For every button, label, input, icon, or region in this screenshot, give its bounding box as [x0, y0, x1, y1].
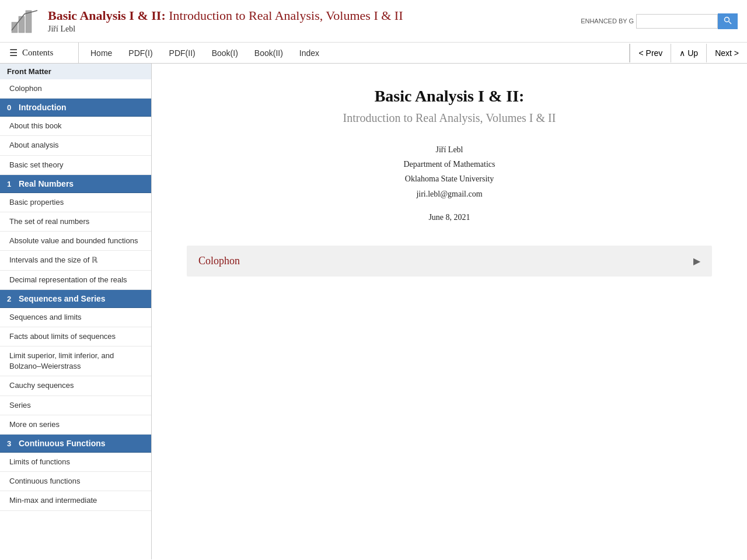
nav-link-book-ii-[interactable]: Book(II) [246, 44, 291, 62]
sidebar-item-20[interactable]: Continuous functions [0, 472, 151, 491]
colophon-section[interactable]: Colophon ▶ [187, 246, 712, 276]
sidebar-item-15[interactable]: Cauchy sequences [0, 376, 151, 396]
search-button[interactable] [718, 13, 738, 29]
search-area: ENHANCED BY G [581, 13, 738, 29]
sidebar-item-17[interactable]: More on series [0, 415, 151, 435]
sidebar-item-13[interactable]: Facts about limits of sequences [0, 327, 151, 346]
nav-link-home[interactable]: Home [82, 44, 120, 62]
sidebar-item-3[interactable]: About analysis [0, 136, 151, 155]
svg-point-3 [725, 17, 729, 22]
title-bold-part: Basic Analysis I & II: [48, 8, 166, 23]
book-title: Basic Analysis I & II: [187, 87, 712, 106]
sidebar-item-10[interactable]: Decimal representation of the reals [0, 271, 151, 290]
front-matter-label: Front Matter [7, 67, 51, 76]
page-header: Basic Analysis I & II: Introduction to R… [0, 0, 747, 43]
nav-link-pdf-ii-[interactable]: PDF(II) [161, 44, 204, 62]
sidebar-item-0[interactable]: Colophon [0, 79, 151, 99]
main-layout: Front Matter Colophon0IntroductionAbout … [0, 64, 747, 559]
chapter-label: Continuous Functions [19, 439, 106, 448]
nav-pagination: < Prev ∧ Up Next > [629, 44, 747, 62]
chapter-label: Introduction [19, 103, 67, 112]
book-subtitle: Introduction to Real Analysis, Volumes I… [187, 111, 712, 125]
header-title-block: Basic Analysis I & II: Introduction to R… [48, 8, 581, 34]
next-button[interactable]: Next > [706, 44, 747, 62]
sidebar-item-14[interactable]: Limit superior, limit inferior, and Bolz… [0, 346, 151, 376]
email: jiri.lebl@gmail.com [187, 187, 712, 201]
hamburger-icon: ☰ [9, 47, 18, 58]
sidebar-item-21[interactable]: Min-max and intermediate [0, 491, 151, 510]
chapter-num: 1 [7, 180, 14, 188]
header-author: Jiří Lebl [48, 24, 581, 34]
contents-label: Contents [22, 48, 53, 58]
title-regular-part: Introduction to Real Analysis, Volumes I… [166, 8, 403, 23]
main-content: Basic Analysis I & II: Introduction to R… [152, 64, 747, 559]
chapter-label: Sequences and Series [19, 294, 106, 303]
svg-rect-1 [19, 16, 25, 33]
colophon-title: Colophon [198, 255, 240, 267]
nav-link-index[interactable]: Index [291, 44, 327, 62]
chapter-num: 3 [7, 439, 14, 448]
colophon-expand-icon: ▶ [693, 256, 700, 267]
sidebar-item-12[interactable]: Sequences and limits [0, 308, 151, 327]
sidebar-chapter-0[interactable]: 0Introduction [0, 99, 151, 117]
sidebar-item-6[interactable]: Basic properties [0, 193, 151, 212]
sidebar-item-2[interactable]: About this book [0, 117, 151, 136]
chapter-label: Real Numbers [19, 179, 74, 188]
book-date: June 8, 2021 [187, 213, 712, 222]
nav-link-pdf-i-[interactable]: PDF(I) [120, 44, 160, 62]
header-main-title: Basic Analysis I & II: Introduction to R… [48, 8, 581, 23]
sidebar-item-16[interactable]: Series [0, 396, 151, 415]
front-matter-header: Front Matter [0, 64, 151, 79]
book-author-block: Jiří Lebl Department of Mathematics Okla… [187, 142, 712, 201]
sidebar-item-8[interactable]: Absolute value and bounded functions [0, 232, 151, 251]
nav-link-book-i-[interactable]: Book(I) [204, 44, 246, 62]
search-enhanced-label: ENHANCED BY G [581, 18, 634, 24]
chapter-num: 2 [7, 295, 14, 303]
sidebar-item-4[interactable]: Basic set theory [0, 156, 151, 175]
navigation-bar: ☰ Contents HomePDF(I)PDF(II)Book(I)Book(… [0, 43, 747, 64]
sidebar-item-19[interactable]: Limits of functions [0, 453, 151, 472]
university: Oklahoma State University [187, 172, 712, 186]
sidebar-chapter-3[interactable]: 3Continuous Functions [0, 435, 151, 453]
site-logo [9, 6, 40, 36]
chapter-num: 0 [7, 103, 14, 112]
department: Department of Mathematics [187, 157, 712, 172]
prev-button[interactable]: < Prev [630, 44, 671, 62]
sidebar-item-7[interactable]: The set of real numbers [0, 212, 151, 232]
sidebar-item-9[interactable]: Intervals and the size of ℝ [0, 251, 151, 270]
sidebar: Front Matter Colophon0IntroductionAbout … [0, 64, 152, 559]
search-input[interactable] [636, 14, 718, 29]
sidebar-chapter-1[interactable]: 1Real Numbers [0, 175, 151, 193]
contents-toggle[interactable]: ☰ Contents [0, 43, 79, 63]
svg-line-4 [729, 22, 731, 24]
author-name: Jiří Lebl [187, 142, 712, 157]
up-button[interactable]: ∧ Up [671, 44, 706, 62]
sidebar-chapter-2[interactable]: 2Sequences and Series [0, 290, 151, 308]
search-icon [724, 16, 732, 24]
nav-links: HomePDF(I)PDF(II)Book(I)Book(II)Index [79, 44, 629, 62]
